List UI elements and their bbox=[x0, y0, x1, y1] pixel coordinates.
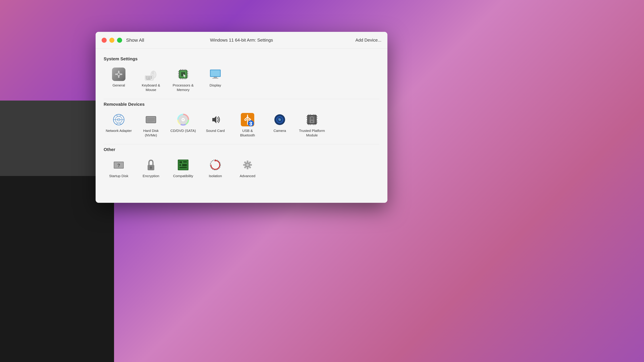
svg-point-62 bbox=[182, 119, 184, 120]
encryption-icon bbox=[144, 158, 158, 172]
item-usb-bluetooth-label: USB & Bluetooth bbox=[234, 128, 260, 138]
item-general[interactable]: General bbox=[104, 65, 134, 95]
svg-rect-90 bbox=[306, 118, 308, 119]
svg-rect-38 bbox=[187, 71, 188, 72]
usb-bluetooth-icon bbox=[241, 113, 254, 126]
svg-rect-18 bbox=[151, 76, 152, 77]
removable-devices-grid: Network Adapter Hard bbox=[104, 110, 379, 140]
svg-rect-88 bbox=[314, 124, 315, 125]
svg-rect-21 bbox=[151, 78, 152, 79]
svg-point-115 bbox=[246, 164, 249, 166]
svg-point-2 bbox=[118, 73, 120, 75]
svg-rect-36 bbox=[178, 75, 179, 76]
other-title: Other bbox=[104, 147, 379, 152]
svg-rect-20 bbox=[148, 78, 150, 79]
isolation-icon bbox=[209, 158, 222, 172]
show-all-button[interactable]: Show All bbox=[126, 37, 144, 43]
svg-rect-95 bbox=[316, 121, 318, 121]
svg-rect-94 bbox=[316, 118, 318, 119]
item-processors-memory-label: Processors & Memory bbox=[170, 83, 196, 92]
svg-rect-109 bbox=[180, 167, 187, 168]
system-settings-grid: General bbox=[104, 65, 379, 95]
item-usb-bluetooth[interactable]: USB & Bluetooth bbox=[232, 110, 263, 140]
item-advanced[interactable]: Advanced bbox=[232, 156, 263, 181]
svg-rect-28 bbox=[184, 69, 184, 70]
svg-rect-33 bbox=[185, 78, 186, 79]
compatibility-icon bbox=[176, 158, 190, 172]
titlebar: Show All Windows 11 64-bit Arm: Settings… bbox=[96, 32, 388, 49]
item-compatibility-label: Compatibility bbox=[173, 174, 193, 178]
camera-icon bbox=[273, 113, 286, 126]
item-cd-dvd[interactable]: CD/DVD (SATA) bbox=[168, 110, 198, 140]
item-compatibility[interactable]: Compatibility bbox=[168, 156, 198, 181]
item-display[interactable]: Display bbox=[200, 65, 230, 95]
svg-rect-16 bbox=[148, 76, 149, 77]
item-trusted-platform-module[interactable]: Trusted Platform Module bbox=[297, 110, 327, 140]
add-device-button[interactable]: Add Device... bbox=[355, 37, 381, 43]
svg-rect-86 bbox=[310, 124, 311, 125]
item-isolation-label: Isolation bbox=[209, 174, 222, 178]
svg-rect-15 bbox=[146, 76, 147, 77]
item-hard-disk[interactable]: Hard Disk (NVMe) bbox=[136, 110, 166, 140]
svg-rect-92 bbox=[306, 122, 308, 123]
close-button[interactable] bbox=[102, 38, 107, 43]
svg-rect-119 bbox=[250, 164, 252, 166]
svg-rect-105 bbox=[180, 161, 182, 163]
black-panel bbox=[0, 176, 114, 362]
item-keyboard-mouse[interactable]: Keyboard & Mouse bbox=[136, 65, 166, 95]
minimize-button[interactable] bbox=[109, 38, 114, 43]
settings-window: Show All Windows 11 64-bit Arm: Settings… bbox=[96, 32, 388, 203]
item-encryption[interactable]: Encryption bbox=[136, 156, 166, 181]
hard-disk-icon bbox=[144, 113, 158, 126]
window-controls bbox=[102, 38, 122, 43]
svg-rect-84 bbox=[314, 114, 315, 115]
gear-icon bbox=[112, 67, 126, 81]
item-startup-disk[interactable]: ? Startup Disk bbox=[104, 156, 134, 181]
svg-rect-35 bbox=[178, 73, 179, 74]
svg-point-112 bbox=[210, 160, 220, 170]
svg-rect-26 bbox=[180, 69, 181, 70]
svg-text:?: ? bbox=[117, 163, 120, 168]
item-sound-card[interactable]: Sound Card bbox=[200, 110, 230, 140]
svg-rect-19 bbox=[146, 78, 147, 79]
svg-rect-29 bbox=[185, 69, 186, 70]
svg-rect-83 bbox=[313, 114, 314, 115]
svg-rect-17 bbox=[149, 76, 150, 77]
item-cd-dvd-label: CD/DVD (SATA) bbox=[170, 128, 196, 133]
item-display-label: Display bbox=[210, 83, 221, 87]
other-grid: ? Startup Disk Encryption bbox=[104, 156, 379, 181]
cd-dvd-icon bbox=[176, 113, 190, 126]
svg-rect-118 bbox=[243, 164, 246, 166]
item-keyboard-mouse-label: Keyboard & Mouse bbox=[138, 83, 164, 92]
item-network-adapter[interactable]: Network Adapter bbox=[104, 110, 134, 140]
svg-rect-85 bbox=[308, 124, 309, 125]
processors-memory-icon bbox=[176, 67, 190, 81]
svg-rect-91 bbox=[306, 121, 308, 121]
item-hard-disk-label: Hard Disk (NVMe) bbox=[138, 128, 164, 138]
item-processors-memory[interactable]: Processors & Memory bbox=[168, 65, 198, 95]
item-isolation[interactable]: Isolation bbox=[200, 156, 230, 181]
svg-rect-116 bbox=[247, 161, 248, 163]
system-settings-title: System Settings bbox=[104, 56, 379, 61]
maximize-button[interactable] bbox=[117, 38, 122, 43]
svg-rect-108 bbox=[182, 164, 187, 166]
svg-rect-117 bbox=[247, 167, 248, 169]
svg-rect-40 bbox=[187, 75, 188, 76]
svg-rect-39 bbox=[187, 73, 188, 74]
item-trusted-platform-module-label: Trusted Platform Module bbox=[299, 128, 325, 138]
svg-rect-80 bbox=[312, 121, 312, 122]
startup-disk-icon: ? bbox=[112, 158, 126, 172]
svg-rect-37 bbox=[178, 76, 179, 77]
svg-rect-41 bbox=[187, 76, 188, 77]
svg-rect-27 bbox=[182, 69, 183, 70]
item-camera[interactable]: Camera bbox=[265, 110, 295, 140]
svg-rect-107 bbox=[180, 164, 181, 166]
svg-rect-106 bbox=[183, 161, 187, 163]
svg-rect-44 bbox=[211, 70, 220, 76]
svg-rect-31 bbox=[182, 78, 183, 79]
svg-rect-81 bbox=[308, 114, 309, 115]
sound-card-icon bbox=[209, 113, 222, 126]
item-startup-disk-label: Startup Disk bbox=[109, 174, 128, 178]
svg-rect-34 bbox=[178, 71, 179, 72]
svg-rect-46 bbox=[212, 78, 218, 79]
